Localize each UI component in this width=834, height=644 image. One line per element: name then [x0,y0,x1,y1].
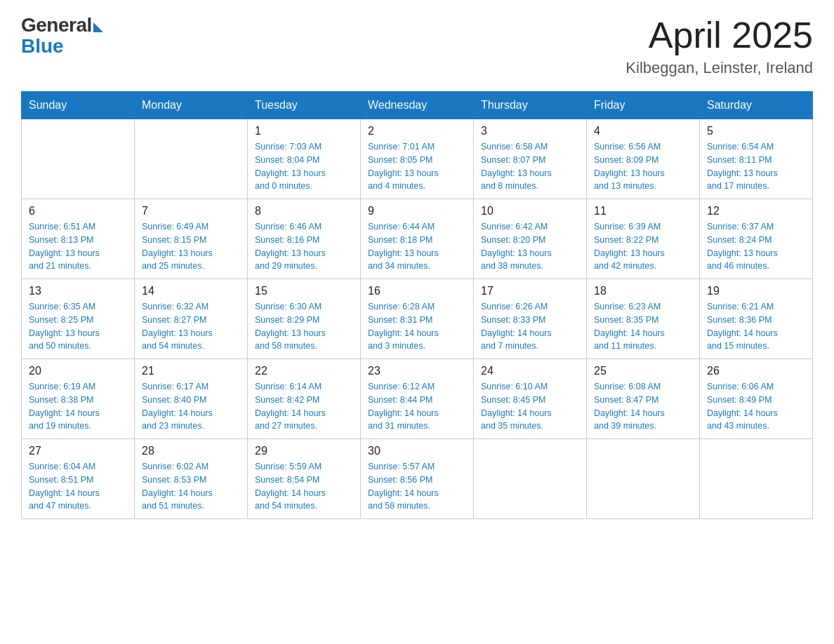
day-detail: Sunrise: 6:37 AM Sunset: 8:24 PM Dayligh… [707,220,805,273]
calendar-cell: 24Sunrise: 6:10 AM Sunset: 8:45 PM Dayli… [474,359,587,439]
day-number: 21 [142,365,240,377]
day-detail: Sunrise: 6:17 AM Sunset: 8:40 PM Dayligh… [142,380,240,433]
calendar-cell: 10Sunrise: 6:42 AM Sunset: 8:20 PM Dayli… [474,199,587,279]
logo: General Blue [21,14,103,58]
day-detail: Sunrise: 6:08 AM Sunset: 8:47 PM Dayligh… [594,380,692,433]
day-detail: Sunrise: 6:02 AM Sunset: 8:53 PM Dayligh… [142,460,240,513]
calendar-cell: 9Sunrise: 6:44 AM Sunset: 8:18 PM Daylig… [361,199,474,279]
day-detail: Sunrise: 6:49 AM Sunset: 8:15 PM Dayligh… [142,220,240,273]
day-number: 17 [481,285,579,297]
day-detail: Sunrise: 6:26 AM Sunset: 8:33 PM Dayligh… [481,300,579,353]
day-number: 8 [255,205,353,217]
calendar-cell: 12Sunrise: 6:37 AM Sunset: 8:24 PM Dayli… [700,199,813,279]
day-detail: Sunrise: 6:58 AM Sunset: 8:07 PM Dayligh… [481,140,579,193]
calendar-cell [135,119,248,199]
weekday-header-tuesday: Tuesday [248,92,361,119]
logo-general-text: General [21,14,92,36]
day-detail: Sunrise: 6:44 AM Sunset: 8:18 PM Dayligh… [368,220,466,273]
day-number: 25 [594,365,692,377]
day-detail: Sunrise: 6:39 AM Sunset: 8:22 PM Dayligh… [594,220,692,273]
weekday-header-wednesday: Wednesday [361,92,474,119]
day-detail: Sunrise: 7:03 AM Sunset: 8:04 PM Dayligh… [255,140,353,193]
calendar-cell: 20Sunrise: 6:19 AM Sunset: 8:38 PM Dayli… [22,359,135,439]
day-detail: Sunrise: 6:35 AM Sunset: 8:25 PM Dayligh… [29,300,127,353]
day-number: 2 [368,125,466,137]
calendar-cell: 19Sunrise: 6:21 AM Sunset: 8:36 PM Dayli… [700,279,813,359]
calendar-cell: 4Sunrise: 6:56 AM Sunset: 8:09 PM Daylig… [587,119,700,199]
day-detail: Sunrise: 6:06 AM Sunset: 8:49 PM Dayligh… [707,380,805,433]
calendar-cell [474,439,587,519]
calendar-cell: 1Sunrise: 7:03 AM Sunset: 8:04 PM Daylig… [248,119,361,199]
calendar-cell: 27Sunrise: 6:04 AM Sunset: 8:51 PM Dayli… [22,439,135,519]
day-number: 10 [481,205,579,217]
day-number: 24 [481,365,579,377]
calendar-cell: 8Sunrise: 6:46 AM Sunset: 8:16 PM Daylig… [248,199,361,279]
calendar-cell: 13Sunrise: 6:35 AM Sunset: 8:25 PM Dayli… [22,279,135,359]
calendar-week-row: 1Sunrise: 7:03 AM Sunset: 8:04 PM Daylig… [22,119,813,199]
day-detail: Sunrise: 6:23 AM Sunset: 8:35 PM Dayligh… [594,300,692,353]
day-number: 20 [29,365,127,377]
day-number: 7 [142,205,240,217]
day-number: 22 [255,365,353,377]
calendar-week-row: 13Sunrise: 6:35 AM Sunset: 8:25 PM Dayli… [22,279,813,359]
calendar-cell: 5Sunrise: 6:54 AM Sunset: 8:11 PM Daylig… [700,119,813,199]
day-number: 30 [368,445,466,457]
day-number: 15 [255,285,353,297]
title-area: April 2025 Kilbeggan, Leinster, Ireland [626,14,813,77]
day-number: 14 [142,285,240,297]
day-number: 27 [29,445,127,457]
weekday-header-sunday: Sunday [22,92,135,119]
day-number: 18 [594,285,692,297]
calendar-cell: 25Sunrise: 6:08 AM Sunset: 8:47 PM Dayli… [587,359,700,439]
calendar-cell: 16Sunrise: 6:28 AM Sunset: 8:31 PM Dayli… [361,279,474,359]
day-detail: Sunrise: 6:30 AM Sunset: 8:29 PM Dayligh… [255,300,353,353]
calendar-cell: 6Sunrise: 6:51 AM Sunset: 8:13 PM Daylig… [22,199,135,279]
weekday-header-row: SundayMondayTuesdayWednesdayThursdayFrid… [22,92,813,119]
day-detail: Sunrise: 6:46 AM Sunset: 8:16 PM Dayligh… [255,220,353,273]
day-number: 5 [707,125,805,137]
calendar-cell [587,439,700,519]
calendar-cell: 3Sunrise: 6:58 AM Sunset: 8:07 PM Daylig… [474,119,587,199]
logo-blue-text: Blue [21,35,64,58]
calendar-cell: 22Sunrise: 6:14 AM Sunset: 8:42 PM Dayli… [248,359,361,439]
calendar-cell: 29Sunrise: 5:59 AM Sunset: 8:54 PM Dayli… [248,439,361,519]
day-number: 13 [29,285,127,297]
day-detail: Sunrise: 5:59 AM Sunset: 8:54 PM Dayligh… [255,460,353,513]
day-detail: Sunrise: 6:04 AM Sunset: 8:51 PM Dayligh… [29,460,127,513]
calendar-cell: 11Sunrise: 6:39 AM Sunset: 8:22 PM Dayli… [587,199,700,279]
day-detail: Sunrise: 6:54 AM Sunset: 8:11 PM Dayligh… [707,140,805,193]
calendar-cell: 23Sunrise: 6:12 AM Sunset: 8:44 PM Dayli… [361,359,474,439]
calendar-cell [700,439,813,519]
calendar-week-row: 6Sunrise: 6:51 AM Sunset: 8:13 PM Daylig… [22,199,813,279]
calendar-cell: 26Sunrise: 6:06 AM Sunset: 8:49 PM Dayli… [700,359,813,439]
logo-triangle-icon [93,22,103,32]
calendar-cell: 30Sunrise: 5:57 AM Sunset: 8:56 PM Dayli… [361,439,474,519]
day-detail: Sunrise: 6:32 AM Sunset: 8:27 PM Dayligh… [142,300,240,353]
day-detail: Sunrise: 6:42 AM Sunset: 8:20 PM Dayligh… [481,220,579,273]
calendar-cell: 15Sunrise: 6:30 AM Sunset: 8:29 PM Dayli… [248,279,361,359]
day-number: 28 [142,445,240,457]
day-number: 26 [707,365,805,377]
page-header: General Blue April 2025 Kilbeggan, Leins… [21,14,813,77]
weekday-header-monday: Monday [135,92,248,119]
day-detail: Sunrise: 5:57 AM Sunset: 8:56 PM Dayligh… [368,460,466,513]
day-detail: Sunrise: 6:19 AM Sunset: 8:38 PM Dayligh… [29,380,127,433]
day-number: 29 [255,445,353,457]
weekday-header-friday: Friday [587,92,700,119]
calendar-cell: 7Sunrise: 6:49 AM Sunset: 8:15 PM Daylig… [135,199,248,279]
day-detail: Sunrise: 6:28 AM Sunset: 8:31 PM Dayligh… [368,300,466,353]
calendar-cell: 14Sunrise: 6:32 AM Sunset: 8:27 PM Dayli… [135,279,248,359]
day-number: 9 [368,205,466,217]
calendar-cell: 2Sunrise: 7:01 AM Sunset: 8:05 PM Daylig… [361,119,474,199]
calendar-cell [22,119,135,199]
day-number: 12 [707,205,805,217]
day-detail: Sunrise: 6:21 AM Sunset: 8:36 PM Dayligh… [707,300,805,353]
day-number: 16 [368,285,466,297]
day-number: 6 [29,205,127,217]
location-subtitle: Kilbeggan, Leinster, Ireland [626,59,813,77]
day-detail: Sunrise: 6:12 AM Sunset: 8:44 PM Dayligh… [368,380,466,433]
day-number: 1 [255,125,353,137]
day-number: 19 [707,285,805,297]
day-detail: Sunrise: 7:01 AM Sunset: 8:05 PM Dayligh… [368,140,466,193]
month-title: April 2025 [626,14,813,56]
